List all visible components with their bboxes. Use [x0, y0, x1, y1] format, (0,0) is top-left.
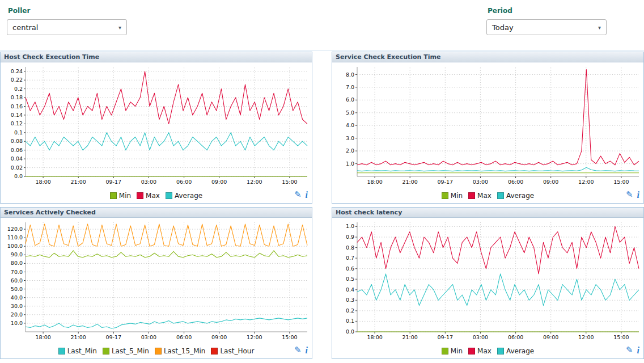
svg-text:2.0: 2.0 — [346, 147, 354, 154]
svg-text:03:00: 03:00 — [473, 179, 488, 185]
edit-icon[interactable]: ✎ — [294, 191, 302, 199]
legend-swatch — [211, 348, 218, 354]
svg-text:06:00: 06:00 — [508, 179, 523, 185]
chart-host-check-latency: 0.00.10.20.30.40.50.60.70.80.91.018:0021… — [332, 218, 643, 344]
charts-grid: Host Check Execution Time 0.00.020.040.0… — [0, 50, 644, 359]
svg-text:0.4: 0.4 — [346, 286, 354, 293]
svg-text:1.0: 1.0 — [346, 161, 354, 167]
svg-text:15:00: 15:00 — [613, 179, 629, 185]
poller-label: Poller — [8, 7, 127, 15]
legend-swatch — [137, 192, 143, 199]
svg-text:60.0: 60.0 — [11, 277, 23, 284]
svg-text:09-17: 09-17 — [437, 334, 453, 340]
svg-text:0.14: 0.14 — [11, 112, 23, 118]
info-icon[interactable]: i — [306, 346, 308, 354]
svg-text:18:00: 18:00 — [35, 179, 50, 185]
svg-text:0.0: 0.0 — [346, 328, 354, 335]
svg-text:09:00: 09:00 — [543, 334, 558, 340]
svg-text:100.0: 100.0 — [7, 243, 23, 249]
svg-text:70.0: 70.0 — [11, 269, 23, 275]
legend-swatch — [468, 348, 475, 354]
edit-icon[interactable]: ✎ — [626, 346, 633, 354]
info-icon[interactable]: i — [306, 191, 308, 199]
legend: Last_MinLast_5_MinLast_15_MinLast_Hour — [56, 347, 257, 355]
svg-text:0.6: 0.6 — [346, 265, 354, 272]
svg-text:06:00: 06:00 — [176, 334, 192, 340]
panel-footer: MinMaxAverage ✎ i — [332, 188, 643, 203]
panel-title: Service Check Execution Time — [332, 52, 643, 62]
period-dropdown[interactable]: Today ▾ — [486, 19, 607, 35]
svg-text:1.0: 1.0 — [346, 223, 354, 229]
svg-text:6.0: 6.0 — [346, 96, 354, 103]
svg-text:18:00: 18:00 — [367, 334, 382, 340]
panel-title: Host check latency — [332, 208, 643, 218]
panel-host-check-latency: Host check latency 0.00.10.20.30.40.50.6… — [332, 207, 644, 359]
svg-text:0.2: 0.2 — [346, 307, 354, 314]
panel-footer: Last_MinLast_5_MinLast_15_MinLast_Hour ✎… — [1, 344, 312, 358]
svg-text:12:00: 12:00 — [578, 179, 594, 185]
legend: MinMaxAverage — [439, 347, 537, 355]
svg-text:12:00: 12:00 — [247, 179, 262, 185]
edit-icon[interactable]: ✎ — [294, 346, 302, 354]
svg-text:0.18: 0.18 — [11, 94, 23, 100]
svg-text:0.22: 0.22 — [11, 77, 23, 83]
svg-text:0.9: 0.9 — [346, 234, 354, 240]
info-icon[interactable]: i — [637, 346, 639, 354]
svg-text:110.0: 110.0 — [7, 234, 23, 240]
svg-text:0.12: 0.12 — [11, 120, 23, 126]
svg-text:0.5: 0.5 — [346, 276, 354, 282]
svg-text:0.3: 0.3 — [346, 297, 354, 303]
chevron-down-icon: ▾ — [118, 24, 121, 31]
svg-text:0.0: 0.0 — [14, 173, 23, 179]
legend-item: Max — [137, 192, 160, 200]
svg-text:0.04: 0.04 — [11, 155, 23, 162]
legend-item: Max — [468, 192, 492, 200]
chart-services-actively-checked: 10.020.030.040.050.060.070.080.090.0100.… — [1, 218, 312, 344]
svg-text:8.0: 8.0 — [346, 71, 354, 78]
svg-text:0.1: 0.1 — [346, 318, 354, 324]
legend-item: Last_5_Min — [103, 347, 149, 355]
panel-title: Host Check Execution Time — [1, 52, 312, 62]
legend-swatch — [166, 192, 172, 199]
svg-text:5.0: 5.0 — [346, 109, 354, 116]
legend-swatch — [442, 192, 448, 199]
svg-text:40.0: 40.0 — [11, 294, 23, 301]
legend-item: Average — [166, 192, 202, 200]
legend-swatch — [497, 348, 504, 354]
legend-item: Last_Min — [58, 347, 97, 355]
dashboard: Poller central ▾ Period Today ▾ Host Che… — [0, 0, 644, 359]
svg-text:80.0: 80.0 — [11, 260, 23, 266]
svg-text:50.0: 50.0 — [11, 286, 23, 292]
svg-text:12:00: 12:00 — [578, 334, 594, 340]
edit-icon[interactable]: ✎ — [626, 191, 633, 199]
legend: MinMaxAverage — [107, 192, 205, 200]
poller-value: central — [12, 23, 38, 32]
poller-filter: Poller central ▾ — [7, 7, 127, 35]
svg-text:03:00: 03:00 — [141, 179, 156, 185]
legend-item: Min — [442, 192, 463, 200]
svg-text:4.0: 4.0 — [346, 122, 354, 128]
svg-text:0.16: 0.16 — [11, 103, 23, 109]
legend-item: Last_15_Min — [155, 347, 206, 355]
svg-text:0.24: 0.24 — [11, 68, 23, 74]
chevron-down-icon: ▾ — [598, 24, 601, 31]
panel-host-check-execution-time: Host Check Execution Time 0.00.020.040.0… — [0, 52, 312, 204]
info-icon[interactable]: i — [637, 191, 639, 199]
svg-text:0.02: 0.02 — [11, 164, 23, 171]
legend-swatch — [497, 192, 504, 199]
legend-item: Min — [442, 347, 463, 355]
svg-text:21:00: 21:00 — [402, 179, 418, 185]
svg-text:06:00: 06:00 — [176, 179, 192, 185]
svg-text:21:00: 21:00 — [71, 179, 86, 185]
svg-text:0.7: 0.7 — [346, 255, 354, 261]
svg-text:03:00: 03:00 — [141, 334, 156, 340]
svg-text:18:00: 18:00 — [35, 334, 50, 340]
svg-text:90.0: 90.0 — [11, 251, 23, 258]
legend-item: Last_Hour — [211, 347, 254, 355]
panel-footer: MinMaxAverage ✎ i — [332, 344, 643, 358]
svg-text:15:00: 15:00 — [282, 334, 297, 340]
legend-swatch — [468, 192, 475, 199]
chart-host-check-execution-time: 0.00.020.040.060.080.10.120.140.160.180.… — [1, 62, 312, 188]
poller-dropdown[interactable]: central ▾ — [7, 19, 127, 35]
svg-text:0.2: 0.2 — [14, 86, 23, 92]
